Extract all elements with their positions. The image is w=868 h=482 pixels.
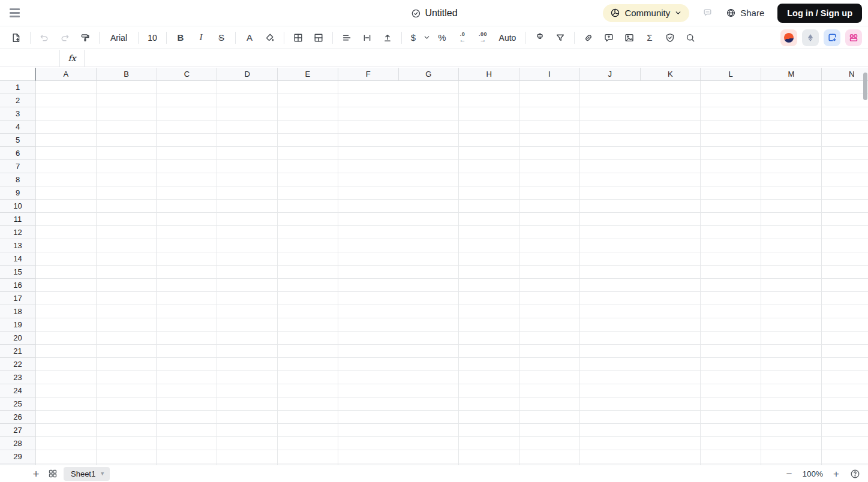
- row-header-11[interactable]: 11: [0, 213, 35, 226]
- row-header-1[interactable]: 1: [0, 81, 35, 94]
- all-sheets-button[interactable]: [46, 466, 60, 481]
- globe-icon: [726, 8, 736, 18]
- fill-color-icon: [265, 32, 275, 43]
- conditional-format-button[interactable]: [532, 30, 548, 46]
- text-wrap-button[interactable]: [359, 30, 375, 46]
- column-header-J[interactable]: J: [580, 68, 641, 80]
- percent-format-button[interactable]: %: [434, 30, 450, 46]
- layout-plugin-button[interactable]: [845, 29, 862, 46]
- italic-button[interactable]: I: [193, 30, 209, 46]
- data-validation-button[interactable]: [662, 30, 678, 46]
- font-family-select[interactable]: Arial: [106, 30, 132, 46]
- row-header-20[interactable]: 20: [0, 332, 35, 345]
- sum-function-button[interactable]: Σ: [642, 30, 657, 46]
- text-color-button[interactable]: A: [242, 30, 257, 46]
- select-all-corner[interactable]: [0, 68, 36, 81]
- insert-link-button[interactable]: [581, 30, 596, 46]
- column-header-H[interactable]: H: [459, 68, 519, 80]
- row-header-16[interactable]: 16: [0, 279, 35, 292]
- add-comment-button[interactable]: [601, 30, 617, 46]
- document-title-area[interactable]: Untitled: [410, 0, 457, 26]
- merge-cells-button[interactable]: [311, 30, 326, 46]
- sheet-tab[interactable]: Sheet1 ▼: [64, 467, 110, 481]
- formula-input[interactable]: [85, 50, 868, 67]
- increase-decimal-button[interactable]: .00 →: [475, 30, 491, 46]
- row-header-27[interactable]: 27: [0, 424, 35, 437]
- help-button[interactable]: [849, 468, 860, 479]
- sheet-cells[interactable]: [36, 81, 868, 465]
- column-header-L[interactable]: L: [701, 68, 761, 80]
- row-header-21[interactable]: 21: [0, 345, 35, 358]
- redo-button[interactable]: [57, 30, 73, 46]
- row-header-17[interactable]: 17: [0, 292, 35, 305]
- column-header-D[interactable]: D: [217, 68, 278, 80]
- column-header-K[interactable]: K: [641, 68, 701, 80]
- currency-more-button[interactable]: [421, 30, 432, 46]
- column-header-G[interactable]: G: [399, 68, 459, 80]
- share-button[interactable]: Share: [726, 8, 764, 18]
- row-header-4[interactable]: 4: [0, 120, 35, 134]
- plugin-logo-button[interactable]: [780, 29, 797, 46]
- borders-button[interactable]: [290, 30, 306, 46]
- filter-button[interactable]: [552, 30, 568, 46]
- row-header-25[interactable]: 25: [0, 397, 35, 411]
- zoom-level[interactable]: 100%: [803, 469, 824, 478]
- divider: [30, 32, 31, 44]
- font-size-select[interactable]: 10: [145, 30, 160, 46]
- row-header-19[interactable]: 19: [0, 318, 35, 332]
- decrease-decimal-button[interactable]: .0 ←: [455, 30, 470, 46]
- row-header-2[interactable]: 2: [0, 94, 35, 107]
- row-header-6[interactable]: 6: [0, 147, 35, 160]
- currency-format-button[interactable]: $: [408, 30, 419, 46]
- row-header-12[interactable]: 12: [0, 226, 35, 239]
- divider: [401, 32, 402, 44]
- layout-blocks-icon: [849, 33, 858, 43]
- search-button[interactable]: [683, 30, 698, 46]
- column-header-I[interactable]: I: [519, 68, 580, 80]
- undo-button[interactable]: [37, 30, 52, 46]
- import-plugin-button[interactable]: [824, 29, 840, 46]
- number-format-select[interactable]: Auto: [495, 30, 519, 46]
- fill-color-button[interactable]: [262, 30, 278, 46]
- row-header-10[interactable]: 10: [0, 200, 35, 213]
- insert-image-button[interactable]: [621, 30, 637, 46]
- row-header-18[interactable]: 18: [0, 305, 35, 318]
- row-header-9[interactable]: 9: [0, 186, 35, 200]
- row-header-24[interactable]: 24: [0, 384, 35, 397]
- bold-button[interactable]: B: [173, 30, 188, 46]
- horizontal-align-button[interactable]: [339, 30, 355, 46]
- zoom-in-button[interactable]: +: [833, 469, 839, 479]
- strikethrough-button[interactable]: S: [214, 30, 229, 46]
- row-header-5[interactable]: 5: [0, 134, 35, 147]
- row-header-3[interactable]: 3: [0, 107, 35, 120]
- column-header-A[interactable]: A: [36, 68, 97, 80]
- row-header-26[interactable]: 26: [0, 411, 35, 424]
- column-header-N[interactable]: N: [822, 68, 868, 80]
- community-button[interactable]: Community: [603, 4, 689, 22]
- format-painter-button[interactable]: [77, 30, 93, 46]
- column-header-F[interactable]: F: [338, 68, 399, 80]
- column-header-C[interactable]: C: [157, 68, 218, 80]
- row-header-29[interactable]: 29: [0, 450, 35, 463]
- vertical-align-button[interactable]: [380, 30, 395, 46]
- row-header-28[interactable]: 28: [0, 437, 35, 450]
- row-header-22[interactable]: 22: [0, 358, 35, 371]
- comment-bubble-icon[interactable]: [702, 8, 713, 18]
- row-header-23[interactable]: 23: [0, 371, 35, 384]
- column-header-B[interactable]: B: [97, 68, 157, 80]
- login-signup-button[interactable]: Log in / Sign up: [777, 4, 862, 23]
- row-header-15[interactable]: 15: [0, 266, 35, 279]
- ethereum-plugin-button[interactable]: [802, 29, 819, 46]
- row-header-14[interactable]: 14: [0, 252, 35, 266]
- row-header-13[interactable]: 13: [0, 239, 35, 252]
- row-header-7[interactable]: 7: [0, 160, 35, 173]
- name-box[interactable]: [0, 50, 60, 67]
- add-sheet-button[interactable]: +: [29, 466, 43, 481]
- zoom-out-button[interactable]: −: [786, 469, 792, 479]
- vertical-scrollbar[interactable]: [863, 73, 867, 100]
- column-header-M[interactable]: M: [761, 68, 822, 80]
- row-header-8[interactable]: 8: [0, 173, 35, 186]
- column-header-E[interactable]: E: [278, 68, 338, 80]
- menu-icon[interactable]: [10, 6, 24, 20]
- new-document-button[interactable]: [8, 30, 24, 46]
